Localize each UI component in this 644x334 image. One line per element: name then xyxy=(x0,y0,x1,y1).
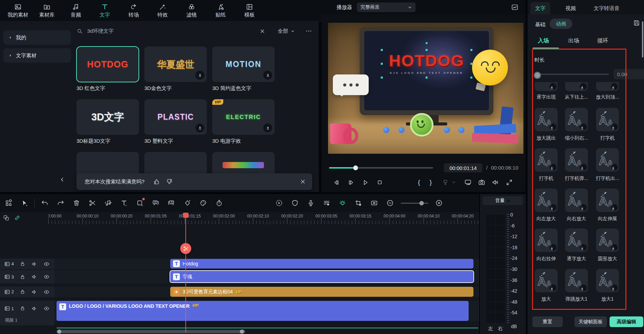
quality-dropdown[interactable]: 完整画质 xyxy=(357,2,416,12)
top-nav-audio[interactable]: 音频 xyxy=(61,3,90,18)
keyframe-diamond-button[interactable] xyxy=(180,199,195,207)
subtitle-list-button[interactable] xyxy=(319,199,335,207)
fit-width-button[interactable] xyxy=(366,199,382,207)
template-card-partial[interactable] xyxy=(144,152,207,175)
previous-frame-button[interactable] xyxy=(331,179,341,186)
duration-value-box[interactable]: 0.00 s xyxy=(614,69,644,79)
snapshot-camera-button[interactable] xyxy=(477,179,487,186)
eye-icon[interactable] xyxy=(43,261,50,267)
animation-thumbnail[interactable]: AA xyxy=(596,229,619,252)
clip-hotdog[interactable]: T Hotdog xyxy=(170,259,473,269)
top-nav-text[interactable]: 文字 xyxy=(90,3,119,18)
top-nav-transition[interactable]: 转场 xyxy=(119,3,148,18)
scissors-button[interactable] xyxy=(84,199,100,207)
audio-mini-track[interactable] xyxy=(57,327,478,328)
animation-thumbnail[interactable]: AA xyxy=(535,148,558,172)
advanced-edit-button[interactable]: 高级编辑 xyxy=(610,316,643,327)
play-button[interactable] xyxy=(360,179,370,186)
speaker-button[interactable] xyxy=(490,179,501,186)
clip-zihun-selected[interactable]: T 字魂 xyxy=(170,271,473,282)
clip-logo-opener[interactable]: T LOGO / LOGO / VARIOUS LOGO AND TEXT OP… xyxy=(57,301,469,321)
template-card[interactable]: ELECTRICVIP xyxy=(212,99,275,135)
tab-tts[interactable]: 文字转语音 xyxy=(589,2,624,14)
mode-basic[interactable]: 基础 xyxy=(535,21,545,28)
trash-button[interactable] xyxy=(69,199,84,207)
speaker-icon[interactable] xyxy=(31,274,38,280)
crop-settings-button[interactable] xyxy=(350,199,366,207)
eye-icon[interactable] xyxy=(43,289,50,295)
undo-button[interactable] xyxy=(37,199,53,207)
manage-tracks-icon[interactable] xyxy=(3,214,10,221)
redo-button[interactable] xyxy=(53,199,69,207)
top-nav-effects[interactable]: 特效 xyxy=(148,3,177,18)
audio-note-button[interactable] xyxy=(100,199,116,207)
subtab-out[interactable]: 出场 xyxy=(568,37,579,44)
animation-thumbnail[interactable]: AA xyxy=(596,148,619,172)
lock-icon[interactable] xyxy=(20,305,25,311)
tab-text[interactable]: 文字 xyxy=(530,2,550,14)
marker-chevron-icon[interactable] xyxy=(450,180,457,185)
thumbs-down-icon[interactable] xyxy=(166,178,173,185)
thumbs-up-icon[interactable] xyxy=(153,178,160,185)
sidebar-item-text-assets[interactable]: 文字素材 xyxy=(3,48,71,63)
zoom-out-button[interactable] xyxy=(382,199,398,207)
template-card[interactable]: 华夏盛世 xyxy=(144,47,207,82)
playhead-split-button[interactable] xyxy=(180,243,191,254)
mirror-display-button[interactable] xyxy=(463,179,473,186)
keyframe-panel-button[interactable]: 关键帧面板 xyxy=(574,316,607,327)
animation-thumbnail[interactable]: AA xyxy=(565,189,588,212)
animation-thumbnail[interactable]: AA xyxy=(535,269,558,292)
text-to-speech-button[interactable] xyxy=(164,199,180,207)
more-options-icon[interactable] xyxy=(305,28,312,34)
animation-thumbnail[interactable]: AA xyxy=(535,229,558,252)
speech-to-text-button[interactable] xyxy=(148,199,164,207)
seek-handle[interactable] xyxy=(353,165,358,170)
lock-icon[interactable] xyxy=(20,289,25,295)
volume-meter-header[interactable]: 音量 xyxy=(482,196,523,205)
template-card[interactable]: PLASTIC xyxy=(144,99,207,135)
zoom-slider-handle[interactable] xyxy=(419,201,424,205)
speaker-icon[interactable] xyxy=(31,289,38,295)
eye-icon[interactable] xyxy=(43,274,50,280)
fullscreen-button[interactable] xyxy=(504,179,514,186)
template-card[interactable]: MOTION xyxy=(212,47,275,82)
filter-dropdown[interactable]: 全部 xyxy=(278,28,295,34)
microphone-button[interactable] xyxy=(303,199,319,207)
animation-thumbnail[interactable]: AA xyxy=(565,108,588,131)
next-frame-button[interactable] xyxy=(346,179,356,186)
clear-search-icon[interactable] xyxy=(259,28,265,34)
timeline-ruler[interactable]: 00:00:0000:00:00:1000:00:00:2000:00:01:0… xyxy=(48,213,479,224)
speaker-icon[interactable] xyxy=(31,261,38,267)
animation-thumbnail[interactable] xyxy=(535,82,558,91)
top-nav-media[interactable]: 我的素材 xyxy=(3,3,32,18)
animation-thumbnail[interactable] xyxy=(596,82,619,91)
animation-thumbnail[interactable] xyxy=(565,82,588,91)
layout-grid-button[interactable] xyxy=(1,199,17,207)
eye-icon[interactable] xyxy=(43,305,50,312)
top-nav-filters[interactable]: 滤镜 xyxy=(177,3,206,18)
reset-button[interactable]: 重置 xyxy=(532,316,563,327)
playhead-cap[interactable] xyxy=(183,213,188,218)
horizontal-scrollbar[interactable] xyxy=(57,330,245,333)
lock-icon[interactable] xyxy=(20,274,25,280)
template-card[interactable]: 3D文字 xyxy=(76,99,139,135)
clip-glow-button[interactable] xyxy=(335,199,350,207)
mark-out-button[interactable]: } xyxy=(426,179,435,186)
crop-frame-button[interactable] xyxy=(132,199,148,207)
download-icon[interactable] xyxy=(195,123,204,132)
animation-thumbnail[interactable]: AA xyxy=(565,269,588,292)
save-preset-icon[interactable] xyxy=(633,19,640,27)
marker-button[interactable] xyxy=(440,179,450,186)
animation-thumbnail[interactable]: AA xyxy=(596,108,619,131)
inspector-scrollbar[interactable] xyxy=(642,21,643,58)
palette-button[interactable] xyxy=(195,199,211,207)
preview-chart-icon[interactable] xyxy=(511,3,519,11)
animation-thumbnail[interactable]: AA xyxy=(535,189,558,212)
animation-thumbnail[interactable]: AA xyxy=(565,229,588,252)
link-clips-icon[interactable] xyxy=(14,214,21,221)
top-nav-library[interactable]: 素材库 xyxy=(32,3,61,18)
select-cursor-button[interactable] xyxy=(17,199,32,207)
subtab-loop[interactable]: 循环 xyxy=(597,37,608,44)
sidebar-item-mine[interactable]: 我的 xyxy=(3,30,71,45)
text-tool-button[interactable] xyxy=(116,199,132,207)
